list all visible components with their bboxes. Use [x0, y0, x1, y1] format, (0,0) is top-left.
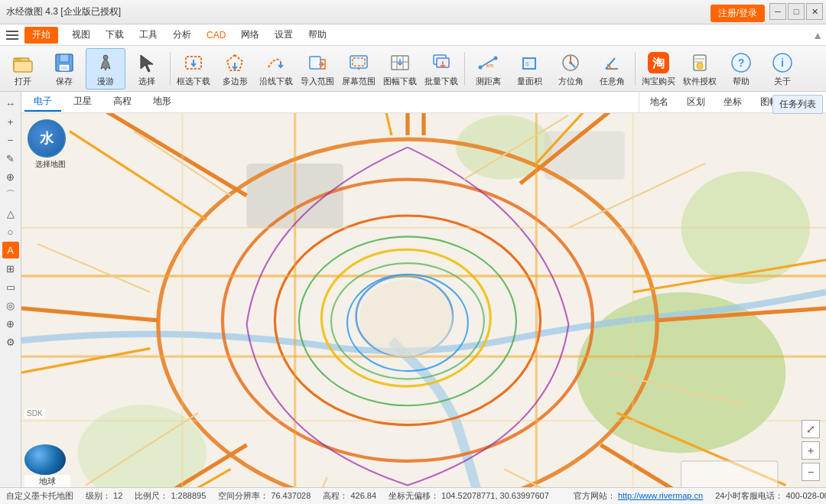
svg-rect-33: [695, 58, 704, 60]
map-container: ↔ + − ✎ ⊕ ⌒ △ ○ A ⊞ ▭ ◎ ⊕ ⚙ 电子 卫星 高程 地形 …: [0, 92, 826, 487]
measure-distance-label: 测距离: [476, 76, 501, 86]
save-button[interactable]: 保存: [44, 48, 84, 89]
sidebar-btn-8[interactable]: A: [2, 242, 19, 259]
globe-image: [24, 444, 66, 475]
close-button[interactable]: ✕: [806, 3, 823, 20]
measure-distance-button[interactable]: km 测距离: [468, 48, 508, 89]
box-download-icon: [181, 50, 206, 75]
svg-text:km: km: [486, 63, 494, 68]
support-label: 24小时客服电话： 400-028-0050: [715, 490, 826, 502]
website-link[interactable]: http://www.rivermap.cn: [618, 491, 703, 500]
measure-distance-icon: km: [476, 50, 500, 75]
svg-text:淘: 淘: [652, 57, 665, 70]
map-tabs-top: 电子 卫星 高程 地形: [21, 92, 704, 113]
box-download-label: 框选下载: [177, 76, 210, 86]
sidebar-btn-2[interactable]: −: [2, 132, 19, 148]
tab-satellite[interactable]: 卫星: [64, 93, 101, 112]
screen-range-button[interactable]: 屏幕范围: [339, 48, 379, 89]
level-label: 级别： 12: [86, 490, 122, 502]
open-icon: [11, 50, 35, 75]
import-range-icon: [305, 50, 330, 75]
start-button[interactable]: 开始: [24, 27, 58, 44]
sidebar-btn-10[interactable]: ▭: [2, 278, 19, 295]
frame-download-label: 图幅下载: [383, 76, 417, 86]
sidebar-btn-11[interactable]: ◎: [2, 297, 19, 314]
sidebar-btn-3[interactable]: ✎: [2, 150, 19, 167]
svg-text:i: i: [781, 57, 784, 69]
app-title: 水经微图 4.3 [企业版已授权]: [6, 5, 820, 18]
angle-button[interactable]: 任意角: [592, 48, 632, 89]
menu-help[interactable]: 帮助: [301, 26, 334, 44]
menu-analysis[interactable]: 分析: [165, 26, 199, 44]
sidebar-btn-12[interactable]: ⊕: [2, 315, 19, 332]
maximize-button[interactable]: □: [788, 3, 805, 20]
menu-scroll-right[interactable]: ▲: [812, 29, 823, 41]
menu-view[interactable]: 视图: [64, 26, 98, 44]
tab-placename[interactable]: 地名: [642, 93, 676, 111]
save-icon: [52, 50, 76, 75]
measure-area-button[interactable]: S 量面积: [509, 48, 549, 89]
svg-rect-90: [681, 461, 778, 487]
sidebar-btn-7[interactable]: ○: [2, 223, 19, 240]
map-area[interactable]: 电子 卫星 高程 地形 地名 区划 坐标 图幅 瓦片 任务列表: [21, 92, 826, 487]
sidebar-btn-4[interactable]: ⊕: [2, 168, 19, 185]
expand-button[interactable]: ⤢: [802, 420, 820, 438]
line-download-label: 沿线下载: [259, 76, 293, 86]
tab-electronic[interactable]: 电子: [24, 93, 61, 112]
license-label: 软件授权: [683, 76, 717, 86]
menubar: 开始 视图 下载 工具 分析 CAD 网络 设置 帮助 ▲: [0, 24, 826, 46]
svg-point-27: [569, 61, 572, 64]
box-download-button[interactable]: 框选下载: [174, 48, 213, 89]
tab-coordinate[interactable]: 坐标: [716, 93, 750, 111]
tab-terrain[interactable]: 地形: [144, 93, 180, 112]
globe-thumbnail[interactable]: 地球: [24, 444, 70, 481]
measure-area-icon: S: [517, 50, 541, 75]
svg-rect-5: [61, 67, 67, 70]
menu-network[interactable]: 网络: [233, 26, 267, 44]
task-list-button[interactable]: 任务列表: [772, 95, 823, 114]
register-button[interactable]: 注册/登录: [711, 5, 765, 22]
tab-district[interactable]: 区划: [679, 93, 713, 111]
help-toolbar-button[interactable]: ? 帮助: [721, 48, 761, 89]
zoom-out-button[interactable]: −: [802, 463, 820, 481]
map-logo[interactable]: 水 选择地图: [28, 119, 73, 165]
menu-tools[interactable]: 工具: [132, 26, 165, 44]
about-button[interactable]: i 关于: [763, 48, 802, 89]
globe-label: 地球: [24, 475, 70, 487]
map-controls: ⤢ + −: [802, 420, 820, 481]
azimuth-button[interactable]: 方位角: [551, 48, 590, 89]
taobao-button[interactable]: 淘 淘宝购买: [639, 48, 678, 89]
zoom-in-button[interactable]: +: [802, 441, 820, 460]
map-view[interactable]: [21, 113, 826, 487]
sidebar-btn-9[interactable]: ⊞: [2, 260, 19, 277]
open-button[interactable]: 打开: [3, 48, 43, 89]
logo-label: 选择地图: [28, 159, 73, 170]
batch-download-button[interactable]: 批量下载: [421, 48, 461, 89]
sdk-label: SDK: [24, 408, 45, 418]
minimize-button[interactable]: ─: [769, 3, 786, 20]
polygon-button[interactable]: 多边形: [215, 48, 255, 89]
hamburger-menu[interactable]: [3, 26, 21, 44]
screen-range-icon: [346, 50, 371, 75]
import-range-button[interactable]: 导入范围: [298, 48, 337, 89]
sidebar-btn-6[interactable]: △: [2, 205, 19, 222]
menu-settings[interactable]: 设置: [267, 26, 301, 44]
frame-download-button[interactable]: 图幅下载: [380, 48, 420, 89]
menu-cad[interactable]: CAD: [199, 26, 233, 44]
line-download-button[interactable]: 沿线下载: [256, 48, 296, 89]
svg-text:?: ?: [738, 57, 745, 69]
polygon-icon: [223, 50, 247, 75]
sidebar-btn-5[interactable]: ⌒: [2, 187, 19, 203]
sidebar-btn-13[interactable]: ⚙: [2, 333, 19, 350]
roam-button[interactable]: 漫游: [86, 48, 125, 89]
select-button[interactable]: 选择: [127, 48, 167, 89]
azimuth-icon: [558, 50, 583, 75]
sidebar-btn-0[interactable]: ↔: [2, 95, 19, 112]
tab-elevation[interactable]: 高程: [104, 93, 141, 112]
sidebar-btn-1[interactable]: +: [2, 113, 19, 130]
menu-download[interactable]: 下载: [98, 26, 132, 44]
license-button[interactable]: 软件授权: [680, 48, 720, 89]
measure-area-label: 量面积: [517, 76, 542, 86]
toolbar: 打开 保存 漫游 选择 框选下载 多边形: [0, 46, 826, 92]
help-icon: ?: [729, 50, 753, 75]
